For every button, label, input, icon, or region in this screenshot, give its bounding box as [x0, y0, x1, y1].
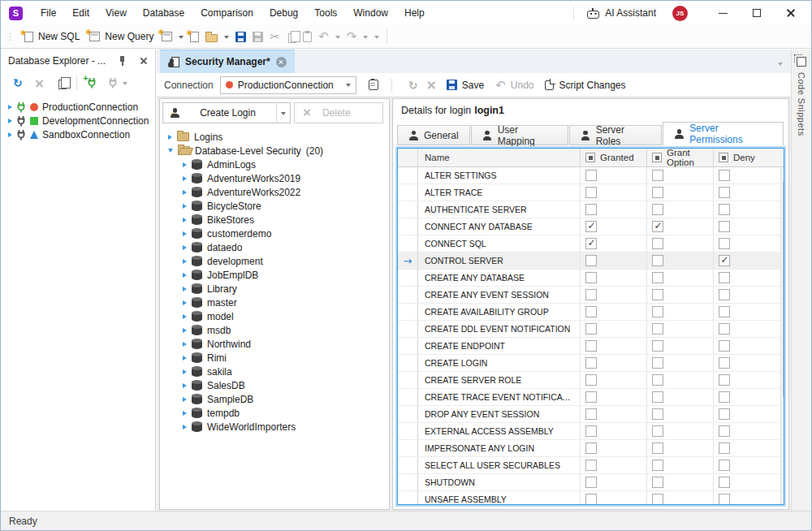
deny-checkbox[interactable] — [719, 374, 730, 386]
save-button[interactable] — [232, 27, 249, 46]
open-file-dropdown[interactable] — [221, 27, 232, 46]
grant-option-checkbox[interactable] — [652, 323, 663, 335]
cut-button[interactable] — [266, 27, 283, 46]
pin-icon[interactable] — [119, 56, 125, 66]
maximize-button[interactable] — [743, 3, 771, 23]
granted-checkbox[interactable] — [585, 272, 597, 283]
script-changes-button[interactable]: Script Changes — [540, 76, 630, 95]
chevron-right-icon[interactable] — [183, 397, 187, 402]
permission-row-create-availability-group[interactable]: → CREATE AVAILABILITY GROUP — [398, 304, 780, 321]
permission-row-alter-trace[interactable]: → ALTER TRACE — [398, 184, 780, 201]
grant-option-checkbox[interactable] — [652, 187, 663, 198]
deny-checkbox[interactable] — [719, 494, 730, 504]
deny-checkbox[interactable] — [719, 408, 730, 420]
granted-checkbox[interactable] — [585, 357, 597, 369]
granted-checkbox[interactable] — [585, 306, 597, 317]
redo-dropdown[interactable] — [360, 27, 371, 46]
chevron-right-icon[interactable] — [183, 425, 187, 430]
tab-server-roles[interactable]: Server Roles — [569, 125, 663, 145]
close-button[interactable] — [777, 3, 805, 23]
grant-option-checkbox[interactable] — [652, 204, 663, 215]
grant-option-checkbox[interactable] — [652, 391, 663, 403]
new-connection-button[interactable]: + — [81, 73, 102, 93]
permission-row-control-server[interactable]: → CONTROL SERVER — [398, 253, 780, 270]
tab-code-snippets[interactable]: Code Snippets — [792, 50, 811, 136]
grant-option-checkbox[interactable] — [652, 494, 663, 504]
tree-db-customerdemo[interactable]: customerdemo — [160, 227, 389, 240]
create-login-button[interactable]: Create Login — [163, 103, 276, 123]
menu-file[interactable]: File — [32, 4, 64, 22]
permission-row-shutdown[interactable]: → SHUTDOWN — [398, 474, 780, 491]
permission-row-create-any-database[interactable]: → CREATE ANY DATABASE — [398, 270, 780, 287]
create-login-dropdown[interactable] — [276, 103, 290, 123]
deny-checkbox[interactable] — [719, 357, 730, 369]
paste-button[interactable] — [300, 27, 315, 46]
chevron-right-icon[interactable] — [183, 190, 187, 195]
granted-checkbox[interactable] — [585, 442, 597, 454]
copy-button[interactable] — [283, 27, 300, 46]
tree-db-sampledb[interactable]: SampleDB — [160, 392, 389, 406]
permission-row-create-server-role[interactable]: → CREATE SERVER ROLE — [398, 372, 780, 389]
tree-db-bikestores[interactable]: BikeStores — [160, 213, 389, 227]
menu-tools[interactable]: Tools — [306, 4, 345, 22]
permission-row-connect-sql[interactable]: → CONNECT SQL — [398, 235, 780, 253]
connection-productionconnection[interactable]: ProductionConnection — [1, 100, 155, 114]
granted-checkbox[interactable] — [585, 408, 597, 420]
granted-checkbox[interactable] — [585, 289, 597, 300]
permission-row-create-any-event-session[interactable]: → CREATE ANY EVENT SESSION — [398, 287, 780, 304]
chevron-right-icon[interactable] — [8, 132, 12, 137]
minimize-button[interactable] — [709, 3, 736, 23]
deny-checkbox[interactable] — [719, 221, 730, 232]
deny-checkbox[interactable] — [719, 187, 730, 198]
tree-db-jobempldb[interactable]: JobEmplDB — [160, 268, 389, 282]
tree-db-adminlogs[interactable]: AdminLogs — [160, 158, 389, 171]
connection-select[interactable]: ProductionConnection — [220, 76, 356, 94]
permission-row-create-trace-event-notificat[interactable]: → CREATE TRACE EVENT NOTIFICAT… — [398, 389, 780, 406]
new-document-button[interactable] — [187, 27, 202, 46]
tree-db-tempdb[interactable]: tempdb — [160, 406, 389, 420]
toolbar-options-dropdown[interactable] — [371, 27, 382, 46]
tree-db-rimi[interactable]: Rimi — [160, 351, 389, 365]
deny-checkbox[interactable] — [719, 238, 730, 249]
grant-option-checkbox[interactable] — [652, 340, 663, 352]
save-all-button[interactable] — [249, 27, 266, 46]
grant-option-checkbox[interactable] — [652, 221, 663, 232]
granted-checkbox[interactable] — [585, 477, 597, 488]
permission-row-connect-any-database[interactable]: → CONNECT ANY DATABASE — [398, 218, 780, 235]
granted-checkbox[interactable] — [585, 204, 597, 215]
permission-row-create-endpoint[interactable]: → CREATE ENDPOINT — [398, 338, 780, 355]
deny-checkbox[interactable] — [719, 340, 730, 352]
redo-button[interactable] — [343, 27, 361, 46]
menu-help[interactable]: Help — [396, 4, 433, 22]
permission-row-select-all-user-securables[interactable]: → SELECT ALL USER SECURABLES — [398, 457, 780, 474]
grant-option-checkbox[interactable] — [652, 408, 663, 420]
chevron-right-icon[interactable] — [183, 218, 187, 222]
permission-row-authenticate-server[interactable]: → AUTHENTICATE SERVER — [398, 201, 780, 218]
grant-option-checkbox[interactable] — [652, 425, 663, 437]
deny-checkbox[interactable] — [719, 306, 730, 317]
chevron-right-icon[interactable] — [183, 356, 187, 360]
tab-general[interactable]: General — [397, 125, 470, 145]
menu-edit[interactable]: Edit — [64, 4, 97, 22]
deny-checkbox[interactable] — [719, 272, 730, 283]
grant-option-checkbox[interactable] — [652, 289, 663, 300]
new-query-button[interactable]: New Query — [84, 27, 158, 46]
vertical-scrollbar[interactable] — [780, 167, 784, 504]
permission-row-external-access-assembly[interactable]: → EXTERNAL ACCESS ASSEMBLY — [398, 423, 780, 440]
connection-options-button[interactable] — [102, 73, 133, 93]
permission-row-drop-any-event-session[interactable]: → DROP ANY EVENT SESSION — [398, 406, 780, 423]
chevron-right-icon[interactable] — [183, 259, 187, 264]
menu-window[interactable]: Window — [345, 4, 396, 22]
tree-db-master[interactable]: master — [160, 296, 389, 309]
tree-db-adventureworks2022[interactable]: AdventureWorks2022 — [160, 185, 389, 199]
chevron-right-icon[interactable] — [183, 369, 187, 374]
grant-option-checkbox[interactable] — [652, 357, 663, 369]
tree-db-northwind[interactable]: Northwind — [160, 337, 389, 351]
connection-sandboxconnection[interactable]: SandboxConnection — [1, 127, 155, 141]
tree-db-model[interactable]: model — [160, 309, 389, 323]
document-list-dropdown[interactable] — [778, 63, 783, 68]
deny-checkbox[interactable] — [719, 323, 730, 335]
chevron-right-icon[interactable] — [8, 105, 12, 110]
new-sql-window-dropdown[interactable] — [175, 27, 187, 46]
view-script-button[interactable] — [364, 76, 383, 95]
